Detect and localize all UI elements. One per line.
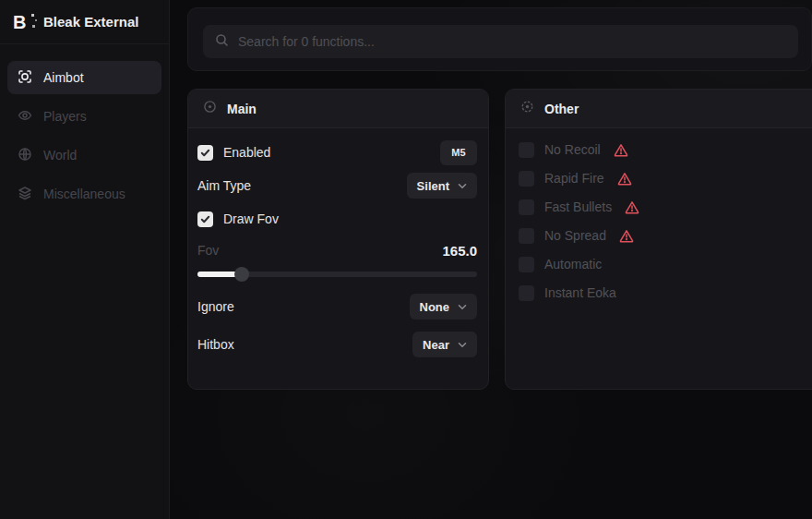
other-panel-header: Other [506, 90, 812, 128]
keybind-button[interactable]: M5 [440, 140, 477, 165]
ignore-label: Ignore [197, 299, 234, 314]
hitbox-row: Hitbox Near [197, 331, 477, 358]
sidebar-nav: Aimbot Players World [0, 44, 169, 211]
fov-value-row: Fov 165.0 [197, 241, 477, 260]
draw-fov-checkbox[interactable] [197, 211, 213, 227]
sidebar-item-world[interactable]: World [7, 139, 161, 172]
no-spread-label: No Spread [544, 228, 606, 243]
sidebar-header: B Bleak External [0, 0, 169, 44]
toggle-row-rapid-fire: Rapid Fire [519, 170, 812, 187]
fov-label: Fov [197, 243, 219, 258]
panel-title: Other [544, 102, 579, 116]
search-input[interactable]: Search for 0 functions... [203, 25, 798, 58]
enabled-row: Enabled M5 [197, 139, 477, 165]
fov-value: 165.0 [442, 243, 477, 259]
enabled-checkbox[interactable] [197, 145, 213, 161]
target-icon [203, 100, 217, 117]
sidebar-item-label: Miscellaneous [43, 187, 125, 201]
no-recoil-label: No Recoil [544, 142, 601, 157]
hitbox-label: Hitbox [197, 337, 234, 352]
slider-thumb[interactable] [234, 267, 249, 282]
crosshair-scan-icon [18, 69, 32, 87]
toggle-row-instant-eoka: Instant Eoka [519, 284, 812, 301]
main-panel-body: Enabled M5 Aim Type Silent Draw Fov Fov … [188, 128, 488, 358]
enabled-label: Enabled [223, 145, 270, 160]
search-card: Search for 0 functions... [187, 7, 812, 71]
fast-bullets-label: Fast Bullets [544, 199, 612, 214]
hitbox-value: Near [423, 338, 449, 352]
other-panel-body: No Recoil Rapid Fire Fast Bullets No Spr… [506, 128, 812, 301]
sidebar-item-label: Players [43, 109, 87, 124]
instant-eoka-label: Instant Eoka [544, 285, 616, 300]
app-title: Bleak External [43, 14, 138, 30]
main-panel: Main Enabled M5 Aim Type Silent [187, 89, 489, 390]
other-panel: Other No Recoil Rapid Fire Fast Bullets [505, 89, 812, 390]
eye-icon [18, 108, 32, 126]
main-panel-header: Main [188, 90, 488, 128]
app-logo-icon: B [13, 11, 33, 33]
checkmark-icon [200, 214, 210, 224]
sidebar-item-players[interactable]: Players [7, 100, 161, 133]
automatic-label: Automatic [544, 257, 602, 272]
search-placeholder: Search for 0 functions... [238, 34, 375, 49]
ignore-dropdown[interactable]: None [410, 294, 478, 320]
globe-icon [18, 147, 32, 164]
chevron-down-icon [458, 183, 467, 189]
warning-icon [614, 143, 628, 157]
ignore-row: Ignore None [197, 293, 477, 320]
aim-type-label: Aim Type [197, 178, 251, 193]
logo-letter: B [13, 11, 33, 33]
ignore-value: None [420, 300, 450, 314]
draw-fov-label: Draw Fov [223, 211, 279, 226]
fov-slider[interactable] [197, 267, 477, 282]
aim-type-value: Silent [417, 179, 449, 193]
instant-eoka-checkbox[interactable] [519, 285, 534, 301]
aim-type-dropdown[interactable]: Silent [407, 173, 477, 199]
draw-fov-row: Draw Fov [197, 206, 477, 232]
rapid-fire-checkbox[interactable] [519, 171, 534, 187]
gear-icon [520, 100, 534, 117]
sidebar: B Bleak External Aimbot Players [0, 0, 170, 519]
toggle-row-automatic: Automatic [519, 256, 812, 272]
chevron-down-icon [458, 304, 467, 310]
sidebar-item-miscellaneous[interactable]: Miscellaneous [7, 177, 161, 211]
toggle-row-no-spread: No Spread [519, 227, 812, 244]
warning-icon [625, 200, 639, 214]
warning-icon [617, 172, 632, 186]
sidebar-item-label: Aimbot [43, 70, 84, 85]
sidebar-item-label: World [43, 148, 77, 163]
sidebar-item-aimbot[interactable]: Aimbot [7, 61, 161, 94]
no-spread-checkbox[interactable] [519, 228, 534, 244]
chevron-down-icon [458, 342, 467, 348]
no-recoil-checkbox[interactable] [519, 142, 534, 158]
aim-type-row: Aim Type Silent [197, 173, 477, 199]
warning-icon [619, 229, 634, 243]
checkmark-icon [200, 148, 210, 158]
rapid-fire-label: Rapid Fire [544, 171, 604, 186]
panel-title: Main [227, 102, 257, 116]
search-icon [215, 33, 229, 51]
toggle-row-no-recoil: No Recoil [519, 141, 812, 158]
fast-bullets-checkbox[interactable] [519, 199, 534, 215]
automatic-checkbox[interactable] [519, 257, 534, 272]
layers-icon [18, 186, 32, 203]
hitbox-dropdown[interactable]: Near [412, 332, 477, 357]
toggle-row-fast-bullets: Fast Bullets [519, 199, 812, 215]
bleak-external-window: { "app": { "title": "Bleak External", "l… [0, 0, 812, 519]
